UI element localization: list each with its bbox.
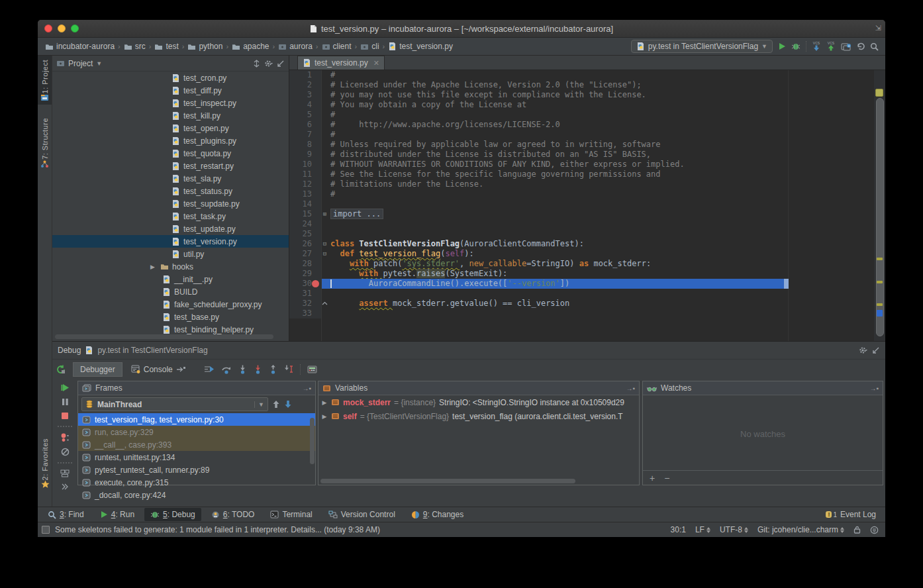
- code-line-27[interactable]: 27⊟ def test_version_flag(self):: [289, 249, 885, 259]
- line-number[interactable]: 3: [289, 90, 321, 100]
- editor-tab[interactable]: test_version.py ✕: [297, 56, 385, 70]
- line-number[interactable]: 13: [289, 189, 321, 199]
- code-line-13[interactable]: 13#: [289, 189, 885, 199]
- tree-item-test-sla-py[interactable]: test_sla.py: [52, 172, 289, 185]
- highlighting-level-icon[interactable]: [870, 526, 879, 534]
- code-line-7[interactable]: 7#: [289, 130, 885, 140]
- line-number[interactable]: 15: [289, 209, 321, 219]
- code-line-32[interactable]: 32 assert mock_stderr.getvalue() == cli_…: [289, 299, 885, 309]
- bottom-tab-versioncontrol[interactable]: Version Control: [322, 508, 401, 521]
- code-area[interactable]: 1#2# Licensed under the Apache License, …: [289, 70, 885, 341]
- tree-item-build[interactable]: BUILD: [52, 285, 289, 298]
- tree-item-test-quota-py[interactable]: test_quota.py: [52, 147, 289, 160]
- code-line-6[interactable]: 6# http://www.apache.org/licenses/LICENS…: [289, 120, 885, 130]
- project-horizontal-scrollbar[interactable]: [55, 334, 273, 339]
- line-number[interactable]: 26: [289, 239, 321, 249]
- line-number[interactable]: 7: [289, 130, 321, 140]
- breadcrumb-item[interactable]: test: [152, 40, 180, 52]
- encoding-select[interactable]: UTF-8: [720, 525, 748, 534]
- bottom-tab-terminal[interactable]: Terminal: [264, 508, 318, 521]
- code-line-9[interactable]: 9# distributed under the License is dist…: [289, 150, 885, 160]
- vcs-commit-button[interactable]: VCS: [826, 41, 836, 52]
- inspection-status-icon[interactable]: [875, 89, 883, 97]
- tool-stripe-button----favorites[interactable]: 2: Favorites: [38, 434, 52, 491]
- code-line-4[interactable]: 4# You may obtain a copy of the License …: [289, 100, 885, 110]
- window-resize-icon[interactable]: ⇲: [875, 24, 881, 32]
- variables-horizontal-scrollbar[interactable]: [320, 479, 575, 483]
- code-line-33[interactable]: 33: [289, 309, 885, 318]
- editor-scrollbar-thumb[interactable]: [876, 98, 884, 336]
- frame-row[interactable]: test_version_flag, test_version.py:30: [78, 413, 315, 426]
- tree-item-test-status-py[interactable]: test_status.py: [52, 185, 289, 197]
- run-to-cursor-icon[interactable]: [284, 365, 293, 374]
- stop-icon[interactable]: [61, 412, 69, 420]
- chevron-down-icon[interactable]: ▼: [96, 60, 102, 67]
- code-line-11[interactable]: 11# See the License for the specific lan…: [289, 170, 885, 179]
- code-line-15[interactable]: 15⊞import ...: [289, 209, 885, 219]
- line-number[interactable]: 32: [289, 299, 321, 309]
- next-frame-button[interactable]: [284, 400, 292, 409]
- tree-item-test-kill-py[interactable]: test_kill.py: [52, 109, 289, 122]
- tree-item-test-plugins-py[interactable]: test_plugins.py: [52, 134, 289, 147]
- expand-arrow-icon[interactable]: ▶: [321, 413, 328, 420]
- breadcrumb-item[interactable]: cli: [358, 40, 381, 52]
- breadcrumb-item[interactable]: apache: [230, 40, 271, 52]
- tool-window-toggle-icon[interactable]: [42, 526, 50, 534]
- breadcrumb-item[interactable]: src: [122, 40, 148, 52]
- execution-stripe-mark[interactable]: [877, 310, 883, 317]
- float-panel-icon[interactable]: →▪: [626, 385, 635, 392]
- thread-selector[interactable]: MainThread ▼: [81, 397, 268, 411]
- line-ending-select[interactable]: LF: [695, 525, 710, 534]
- code-line-8[interactable]: 8# Unless required by applicable law or …: [289, 140, 885, 150]
- title-bar[interactable]: test_version.py – incubator-aurora – [~/…: [38, 20, 885, 38]
- run-button[interactable]: [778, 42, 786, 50]
- line-number[interactable]: 11: [289, 170, 321, 179]
- editor-scrollbar[interactable]: [874, 70, 885, 341]
- compare-button[interactable]: +: [841, 42, 851, 51]
- tree-item-fake-scheduler-proxy-py[interactable]: fake_scheduler_proxy.py: [52, 298, 289, 311]
- variable-row[interactable]: ▶self = {TestClientVersionFlag} test_ver…: [318, 409, 639, 423]
- tree-item-test-open-py[interactable]: test_open.py: [52, 122, 289, 134]
- code-line-2[interactable]: 2# Licensed under the Apache License, Ve…: [289, 80, 885, 90]
- more-chevron-icon[interactable]: [61, 483, 69, 490]
- line-number[interactable]: 14: [289, 199, 321, 209]
- tree-item-hooks[interactable]: ▶hooks: [52, 260, 289, 273]
- line-number[interactable]: 10: [289, 160, 321, 170]
- frame-row[interactable]: __call__, case.py:393: [78, 438, 315, 451]
- tree-item-test-inspect-py[interactable]: test_inspect.py: [52, 97, 289, 109]
- force-step-into-icon[interactable]: [254, 365, 262, 374]
- close-icon[interactable]: ✕: [373, 59, 379, 68]
- breakpoint-icon[interactable]: [312, 280, 319, 287]
- variable-row[interactable]: ▶mock_stderr = {instance} StringIO: <Str…: [318, 395, 639, 409]
- tree-item-util-py[interactable]: util.py: [52, 248, 289, 260]
- code-line-28[interactable]: 28 with patch('sys.stderr', new_callable…: [289, 259, 885, 269]
- dock-panel-icon[interactable]: [872, 346, 880, 354]
- code-line-29[interactable]: 29 with pytest.raises(SystemExit):: [289, 269, 885, 279]
- tree-item-test-version-py[interactable]: test_version.py: [52, 235, 289, 248]
- code-line-25[interactable]: 25: [289, 229, 885, 239]
- expand-arrow-icon[interactable]: ▶: [321, 399, 328, 406]
- code-line-1[interactable]: 1#: [289, 70, 885, 80]
- debug-tab-console[interactable]: Console: [124, 362, 193, 377]
- float-panel-icon[interactable]: →▪: [302, 385, 311, 392]
- debug-tab-debugger[interactable]: Debugger: [73, 362, 122, 377]
- line-number[interactable]: 4: [289, 100, 321, 110]
- tool-stripe-button----structure[interactable]: 7: Structure: [38, 114, 52, 171]
- event-log-button[interactable]: !1 Event Log: [826, 510, 876, 519]
- status-message[interactable]: Some skeletons failed to generate: 1 mod…: [55, 525, 380, 534]
- bottom-tab-run[interactable]: 4: Run: [94, 508, 140, 521]
- tree-item-test-supdate-py[interactable]: test_supdate.py: [52, 197, 289, 210]
- remove-watch-button[interactable]: −: [664, 473, 669, 483]
- line-number[interactable]: 27: [289, 249, 321, 259]
- scroll-to-source-icon[interactable]: [252, 60, 261, 68]
- code-line-14[interactable]: 14: [289, 199, 885, 209]
- bottom-tab-debug[interactable]: 5: Debug: [144, 508, 201, 521]
- line-number[interactable]: 1: [289, 70, 321, 80]
- breadcrumb-item[interactable]: incubator-aurora: [43, 40, 117, 52]
- bottom-tab-changes[interactable]: 9: Changes: [405, 508, 469, 521]
- debug-button[interactable]: [791, 42, 801, 50]
- hide-panel-icon[interactable]: [277, 60, 285, 68]
- expand-arrow-icon[interactable]: ▶: [150, 264, 155, 270]
- mute-breakpoints-icon[interactable]: [61, 448, 70, 456]
- fold-marker-icon[interactable]: [321, 299, 328, 309]
